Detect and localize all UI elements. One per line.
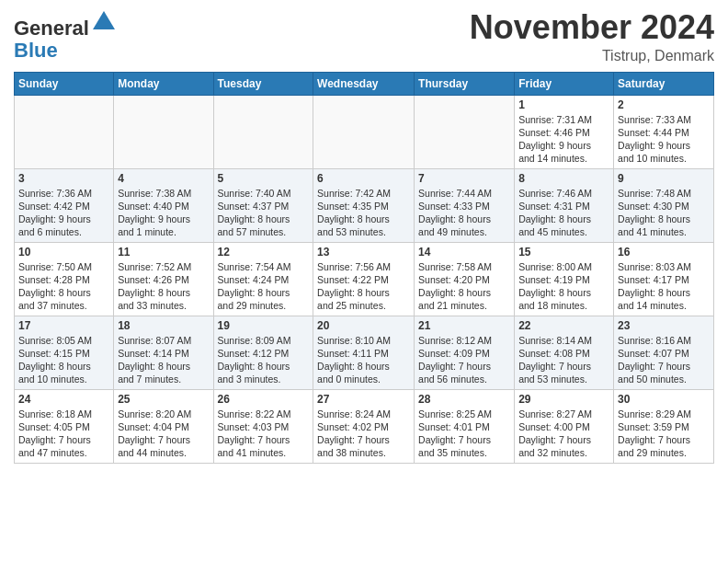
logo-blue-text: Blue <box>14 39 58 62</box>
day-info: Sunrise: 7:42 AM Sunset: 4:35 PM Dayligh… <box>317 187 410 239</box>
day-info: Sunrise: 8:09 AM Sunset: 4:12 PM Dayligh… <box>218 334 310 386</box>
empty-cell <box>415 95 515 168</box>
day-number: 21 <box>418 319 510 332</box>
day-number: 5 <box>218 172 310 185</box>
day-info: Sunrise: 7:31 AM Sunset: 4:46 PM Dayligh… <box>518 113 609 166</box>
weekday-header-sunday: Sunday <box>15 72 114 95</box>
day-info: Sunrise: 8:05 AM Sunset: 4:15 PM Dayligh… <box>18 334 109 386</box>
day-number: 3 <box>18 172 109 185</box>
empty-cell <box>313 95 415 168</box>
day-cell-2: 2Sunrise: 7:33 AM Sunset: 4:44 PM Daylig… <box>614 95 714 168</box>
day-info: Sunrise: 8:07 AM Sunset: 4:14 PM Dayligh… <box>118 334 209 386</box>
day-number: 10 <box>18 246 109 259</box>
day-info: Sunrise: 7:40 AM Sunset: 4:37 PM Dayligh… <box>218 187 310 239</box>
day-number: 19 <box>218 319 310 332</box>
day-cell-1: 1Sunrise: 7:31 AM Sunset: 4:46 PM Daylig… <box>515 95 614 168</box>
day-info: Sunrise: 7:52 AM Sunset: 4:26 PM Dayligh… <box>118 260 209 313</box>
day-cell-6: 6Sunrise: 7:42 AM Sunset: 4:35 PM Daylig… <box>313 168 415 242</box>
weekday-header-monday: Monday <box>114 72 213 95</box>
day-number: 24 <box>18 393 109 406</box>
day-number: 7 <box>418 172 510 185</box>
day-cell-14: 14Sunrise: 7:58 AM Sunset: 4:20 PM Dayli… <box>415 242 515 316</box>
day-number: 15 <box>518 246 609 259</box>
header: General Blue November 2024 Tistrup, Denm… <box>14 9 714 64</box>
day-cell-9: 9Sunrise: 7:48 AM Sunset: 4:30 PM Daylig… <box>614 168 714 242</box>
day-cell-20: 20Sunrise: 8:10 AM Sunset: 4:11 PM Dayli… <box>313 316 415 389</box>
day-number: 12 <box>218 246 310 259</box>
day-cell-3: 3Sunrise: 7:36 AM Sunset: 4:42 PM Daylig… <box>15 168 114 242</box>
day-info: Sunrise: 7:48 AM Sunset: 4:30 PM Dayligh… <box>618 187 710 239</box>
day-info: Sunrise: 8:22 AM Sunset: 4:03 PM Dayligh… <box>218 408 310 460</box>
day-info: Sunrise: 7:44 AM Sunset: 4:33 PM Dayligh… <box>418 187 510 239</box>
day-cell-23: 23Sunrise: 8:16 AM Sunset: 4:07 PM Dayli… <box>614 316 714 389</box>
week-row-1: 1Sunrise: 7:31 AM Sunset: 4:46 PM Daylig… <box>15 95 714 168</box>
day-cell-18: 18Sunrise: 8:07 AM Sunset: 4:14 PM Dayli… <box>114 316 213 389</box>
day-info: Sunrise: 7:36 AM Sunset: 4:42 PM Dayligh… <box>18 187 109 239</box>
day-cell-30: 30Sunrise: 8:29 AM Sunset: 3:59 PM Dayli… <box>614 389 714 463</box>
day-number: 27 <box>317 393 410 406</box>
day-info: Sunrise: 7:46 AM Sunset: 4:31 PM Dayligh… <box>518 187 609 239</box>
day-number: 9 <box>618 172 710 185</box>
logo-icon <box>91 9 117 35</box>
weekday-header-saturday: Saturday <box>614 72 714 95</box>
weekday-header-thursday: Thursday <box>415 72 515 95</box>
day-number: 8 <box>518 172 609 185</box>
day-info: Sunrise: 8:10 AM Sunset: 4:11 PM Dayligh… <box>317 334 410 386</box>
week-row-3: 10Sunrise: 7:50 AM Sunset: 4:28 PM Dayli… <box>15 242 714 316</box>
day-info: Sunrise: 7:33 AM Sunset: 4:44 PM Dayligh… <box>618 113 710 166</box>
calendar-table: SundayMondayTuesdayWednesdayThursdayFrid… <box>14 72 714 464</box>
day-number: 11 <box>118 246 209 259</box>
day-cell-24: 24Sunrise: 8:18 AM Sunset: 4:05 PM Dayli… <box>15 389 114 463</box>
day-number: 6 <box>317 172 410 185</box>
day-number: 2 <box>618 98 710 111</box>
week-row-4: 17Sunrise: 8:05 AM Sunset: 4:15 PM Dayli… <box>15 316 714 389</box>
weekday-header-row: SundayMondayTuesdayWednesdayThursdayFrid… <box>15 72 714 95</box>
day-number: 30 <box>618 393 710 406</box>
day-number: 1 <box>518 98 609 111</box>
day-cell-27: 27Sunrise: 8:24 AM Sunset: 4:02 PM Dayli… <box>313 389 415 463</box>
day-info: Sunrise: 7:38 AM Sunset: 4:40 PM Dayligh… <box>118 187 209 239</box>
day-number: 4 <box>118 172 209 185</box>
day-cell-26: 26Sunrise: 8:22 AM Sunset: 4:03 PM Dayli… <box>213 389 313 463</box>
empty-cell <box>213 95 313 168</box>
title-block: November 2024 Tistrup, Denmark <box>470 9 714 64</box>
location: Tistrup, Denmark <box>470 48 714 64</box>
svg-marker-0 <box>93 11 115 29</box>
day-info: Sunrise: 8:16 AM Sunset: 4:07 PM Dayligh… <box>618 334 710 386</box>
page: General Blue November 2024 Tistrup, Denm… <box>0 0 728 473</box>
day-cell-15: 15Sunrise: 8:00 AM Sunset: 4:19 PM Dayli… <box>515 242 614 316</box>
day-cell-13: 13Sunrise: 7:56 AM Sunset: 4:22 PM Dayli… <box>313 242 415 316</box>
day-info: Sunrise: 8:03 AM Sunset: 4:17 PM Dayligh… <box>618 260 710 313</box>
day-info: Sunrise: 8:25 AM Sunset: 4:01 PM Dayligh… <box>418 408 510 460</box>
logo: General Blue <box>14 9 117 62</box>
day-info: Sunrise: 8:27 AM Sunset: 4:00 PM Dayligh… <box>518 408 609 460</box>
day-info: Sunrise: 8:18 AM Sunset: 4:05 PM Dayligh… <box>18 408 109 460</box>
day-cell-17: 17Sunrise: 8:05 AM Sunset: 4:15 PM Dayli… <box>15 316 114 389</box>
day-number: 18 <box>118 319 209 332</box>
month-title: November 2024 <box>470 9 714 46</box>
day-number: 23 <box>618 319 710 332</box>
day-number: 29 <box>518 393 609 406</box>
day-info: Sunrise: 8:24 AM Sunset: 4:02 PM Dayligh… <box>317 408 410 460</box>
day-info: Sunrise: 8:14 AM Sunset: 4:08 PM Dayligh… <box>518 334 609 386</box>
day-info: Sunrise: 8:29 AM Sunset: 3:59 PM Dayligh… <box>618 408 710 460</box>
empty-cell <box>15 95 114 168</box>
day-info: Sunrise: 7:58 AM Sunset: 4:20 PM Dayligh… <box>418 260 510 313</box>
empty-cell <box>114 95 213 168</box>
day-number: 17 <box>18 319 109 332</box>
day-number: 22 <box>518 319 609 332</box>
day-cell-19: 19Sunrise: 8:09 AM Sunset: 4:12 PM Dayli… <box>213 316 313 389</box>
day-cell-7: 7Sunrise: 7:44 AM Sunset: 4:33 PM Daylig… <box>415 168 515 242</box>
day-info: Sunrise: 8:20 AM Sunset: 4:04 PM Dayligh… <box>118 408 209 460</box>
day-number: 20 <box>317 319 410 332</box>
day-info: Sunrise: 8:12 AM Sunset: 4:09 PM Dayligh… <box>418 334 510 386</box>
day-number: 25 <box>118 393 209 406</box>
day-cell-21: 21Sunrise: 8:12 AM Sunset: 4:09 PM Dayli… <box>415 316 515 389</box>
day-cell-5: 5Sunrise: 7:40 AM Sunset: 4:37 PM Daylig… <box>213 168 313 242</box>
day-info: Sunrise: 7:50 AM Sunset: 4:28 PM Dayligh… <box>18 260 109 313</box>
day-cell-11: 11Sunrise: 7:52 AM Sunset: 4:26 PM Dayli… <box>114 242 213 316</box>
day-cell-25: 25Sunrise: 8:20 AM Sunset: 4:04 PM Dayli… <box>114 389 213 463</box>
day-cell-10: 10Sunrise: 7:50 AM Sunset: 4:28 PM Dayli… <box>15 242 114 316</box>
weekday-header-friday: Friday <box>515 72 614 95</box>
week-row-5: 24Sunrise: 8:18 AM Sunset: 4:05 PM Dayli… <box>15 389 714 463</box>
